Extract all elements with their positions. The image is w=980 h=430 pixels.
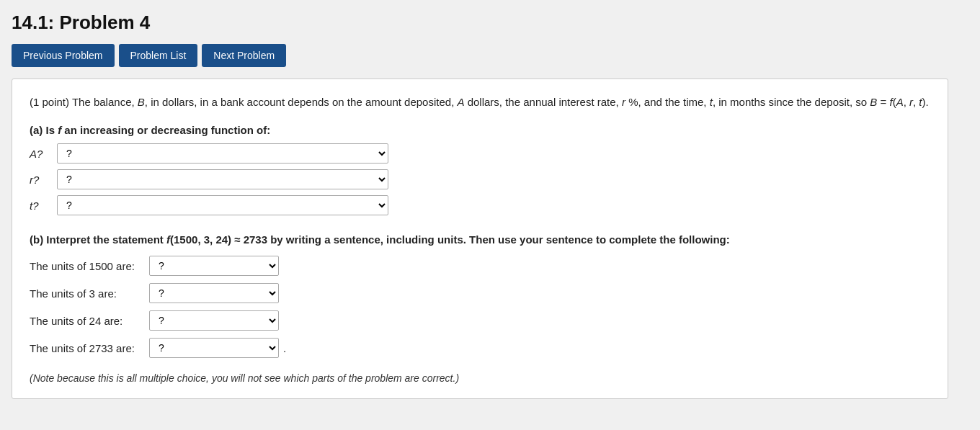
select-r[interactable]: ? increasing decreasing (57, 169, 388, 189)
part-b-section: (b) Interpret the statement f(1500, 3, 2… (30, 231, 930, 358)
units-row-3: The units of 3 are: ? dollars percent mo… (30, 283, 930, 303)
label-2733: The units of 2733 are: (30, 342, 145, 354)
problem-list-button[interactable]: Problem List (119, 44, 198, 67)
dropdown-row-A: A? ? increasing decreasing (30, 143, 930, 164)
nav-buttons: Previous Problem Problem List Next Probl… (12, 44, 968, 67)
label-A: A? (30, 148, 51, 160)
select-3[interactable]: ? dollars percent months (149, 283, 279, 303)
select-24[interactable]: ? dollars percent months (149, 310, 279, 331)
intro-text: (1 point) The balance, B, in dollars, in… (30, 94, 930, 111)
units-row-24: The units of 24 are: ? dollars percent m… (30, 310, 930, 331)
units-row-1500: The units of 1500 are: ? dollars percent… (30, 256, 930, 276)
label-t: t? (30, 200, 51, 212)
select-t[interactable]: ? increasing decreasing (57, 195, 388, 215)
prev-problem-button[interactable]: Previous Problem (12, 44, 115, 67)
part-a-title: (a) Is f an increasing or decreasing fun… (30, 124, 930, 136)
problem-box: (1 point) The balance, B, in dollars, in… (12, 79, 948, 399)
select-2733[interactable]: ? dollars percent months (149, 338, 279, 358)
label-24: The units of 24 are: (30, 315, 145, 327)
part-b-title: (b) Interpret the statement f(1500, 3, 2… (30, 231, 930, 248)
next-problem-button[interactable]: Next Problem (202, 44, 286, 67)
label-r: r? (30, 174, 51, 186)
label-1500: The units of 1500 are: (30, 260, 145, 272)
dropdown-row-r: r? ? increasing decreasing (30, 169, 930, 189)
dropdown-row-t: t? ? increasing decreasing (30, 195, 930, 215)
select-A[interactable]: ? increasing decreasing (57, 143, 388, 164)
page-title: 14.1: Problem 4 (12, 12, 968, 34)
label-3: The units of 3 are: (30, 287, 145, 300)
units-row-2733: The units of 2733 are: ? dollars percent… (30, 338, 930, 358)
select-1500[interactable]: ? dollars percent months (149, 256, 279, 276)
note-text: (Note because this is all multiple choic… (30, 372, 930, 384)
trailing-period: . (283, 342, 286, 354)
